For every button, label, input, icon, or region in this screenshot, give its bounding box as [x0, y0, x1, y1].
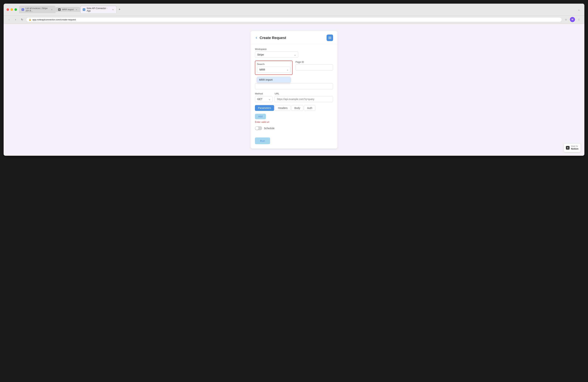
- search-dropdown: MRR import: [257, 77, 291, 83]
- method-select[interactable]: GET POST PUT PATCH DELETE: [255, 96, 273, 102]
- add-button[interactable]: Add: [255, 114, 266, 119]
- url-label: URL: [275, 92, 333, 95]
- tab3-label: Note API Connector - App: [87, 7, 110, 12]
- tab-headers[interactable]: Headers: [275, 105, 291, 111]
- refresh-button[interactable]: ↻: [20, 17, 25, 22]
- panel-body: Workspace Search ⌄: [251, 44, 337, 137]
- traffic-lights: [6, 8, 17, 11]
- tab-auth[interactable]: Auth: [304, 105, 315, 111]
- search-input[interactable]: [257, 67, 290, 73]
- panel-footer: Run: [251, 137, 337, 149]
- add-button-container: Add: [255, 114, 333, 121]
- search-highlighted-area: Search ⌄: [255, 61, 293, 75]
- forward-button[interactable]: ›: [13, 17, 18, 22]
- new-tab-button[interactable]: +: [117, 7, 122, 12]
- search-input-wrapper: ⌄: [257, 67, 290, 73]
- browser-window: S List all invoices | Stripe API R... ✕ …: [4, 4, 584, 156]
- page-content: Create Request Workspace: [4, 24, 584, 156]
- tab1-favicon: S: [21, 8, 24, 11]
- search-pageid-row: Search ⌄ MRR import Page: [255, 61, 333, 78]
- schedule-toggle[interactable]: [255, 126, 262, 130]
- schedule-row: Schedule: [255, 126, 333, 130]
- method-group: Method GET POST PUT PATCH DELETE: [255, 92, 273, 102]
- hamburger-menu-button[interactable]: [327, 35, 333, 41]
- toggle-knob: [255, 127, 258, 130]
- address-bar-actions: ☆ M ⋮: [563, 17, 582, 22]
- page-id-label: Page ID: [295, 61, 333, 63]
- tabs-bar: S List all invoices | Stripe API R... ✕ …: [19, 6, 582, 13]
- panel-header: Create Request: [251, 31, 337, 44]
- panel-title: Create Request: [260, 36, 286, 40]
- url-bar[interactable]: 🔒 app.noteapiconnector.com/create-reques…: [26, 17, 562, 22]
- tab1-label: List all invoices | Stripe API R...: [25, 7, 49, 12]
- star-button[interactable]: ☆: [563, 17, 568, 22]
- page-id-input[interactable]: [295, 64, 333, 71]
- notion-logo-icon: N: [566, 146, 569, 150]
- tab-body[interactable]: Body: [291, 105, 303, 111]
- search-label: Search: [257, 63, 290, 65]
- method-select-wrapper: GET POST PUT PATCH DELETE: [255, 96, 273, 102]
- tab3-close-icon[interactable]: ✕: [112, 8, 114, 11]
- method-label: Method: [255, 92, 273, 95]
- name-input[interactable]: [255, 83, 333, 89]
- error-text: Enter valid url: [255, 121, 333, 123]
- menu-button[interactable]: ⋮: [576, 17, 582, 22]
- back-icon[interactable]: [255, 36, 258, 39]
- maximize-traffic-light[interactable]: [15, 8, 17, 11]
- workspace-group: Workspace: [255, 48, 333, 58]
- tab2-label: MRR import: [62, 8, 74, 11]
- browser-tab-2[interactable]: M MRR import ✕: [56, 7, 80, 12]
- browser-tab-1[interactable]: S List all invoices | Stripe API R... ✕: [19, 6, 55, 13]
- tab2-favicon: M: [58, 8, 61, 11]
- tab2-close-icon[interactable]: ✕: [75, 8, 78, 11]
- panel-header-left: Create Request: [255, 36, 286, 40]
- tab-overflow-button[interactable]: ⌄: [576, 7, 582, 12]
- search-column: Search ⌄ MRR import: [255, 61, 293, 78]
- made-for-text: Made for: [571, 145, 578, 147]
- workspace-input[interactable]: [255, 52, 298, 58]
- run-button[interactable]: Run: [255, 137, 270, 144]
- hamburger-line-1: [328, 37, 331, 37]
- notion-word-text: Notion: [571, 147, 578, 151]
- schedule-label: Schedule: [264, 127, 274, 130]
- user-avatar[interactable]: M: [570, 17, 575, 22]
- browser-tab-3[interactable]: N Note API Connector - App ✕: [80, 6, 117, 13]
- address-bar: ‹ › ↻ 🔒 app.noteapiconnector.com/create-…: [4, 16, 584, 24]
- tab-parameters[interactable]: Parameters: [255, 105, 274, 111]
- url-input[interactable]: [275, 96, 333, 102]
- url-group: URL: [275, 92, 333, 102]
- dropdown-item-mrr-import[interactable]: MRR import: [257, 77, 291, 83]
- hamburger-line-2: [328, 38, 331, 38]
- tab1-close-icon[interactable]: ✕: [50, 8, 53, 11]
- back-button[interactable]: ‹: [6, 17, 12, 22]
- method-url-row: Method GET POST PUT PATCH DELETE: [255, 92, 333, 102]
- hamburger-line-3: [328, 38, 331, 39]
- close-traffic-light[interactable]: [6, 8, 9, 11]
- title-bar: S List all invoices | Stripe API R... ✕ …: [4, 4, 584, 16]
- page-id-column: Page ID: [295, 61, 333, 78]
- workspace-label: Workspace: [255, 48, 333, 50]
- request-tabs: Parameters Headers Body Auth: [255, 105, 333, 111]
- notion-badge-text: Made for Notion: [571, 145, 578, 151]
- url-text: app.noteapiconnector.com/create-request: [32, 18, 76, 21]
- workspace-select-wrapper: [255, 52, 298, 58]
- lock-icon: 🔒: [29, 19, 31, 21]
- create-request-panel: Create Request Workspace: [251, 31, 337, 149]
- tab3-favicon: N: [83, 8, 85, 11]
- minimize-traffic-light[interactable]: [10, 8, 13, 11]
- notion-badge: N Made for Notion: [564, 143, 581, 152]
- name-group: [255, 83, 333, 89]
